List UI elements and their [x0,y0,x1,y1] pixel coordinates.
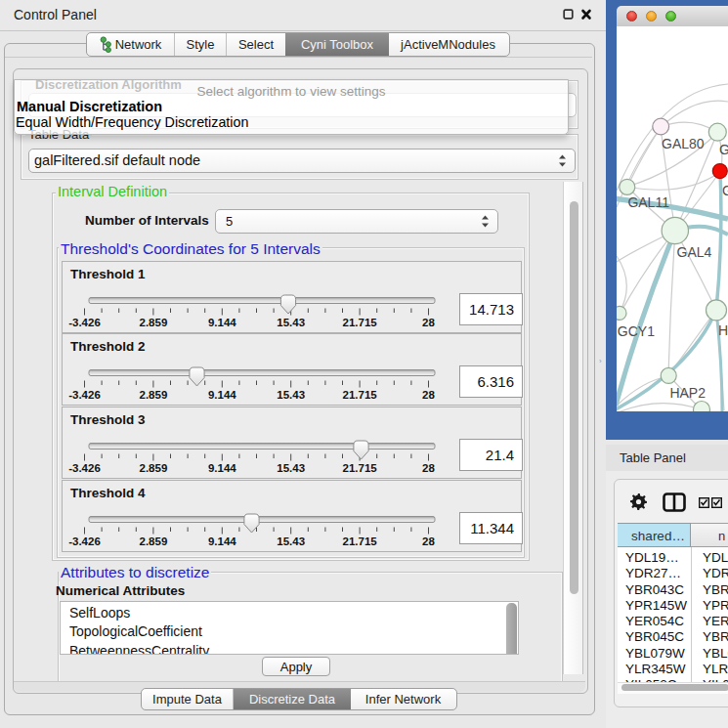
svg-text:H: H [718,322,728,338]
svg-text:HAP2: HAP2 [669,385,706,401]
svg-text:-3.426: -3.426 [68,317,101,328]
svg-text:GAL80: GAL80 [662,136,705,151]
svg-text:15.43: 15.43 [277,535,305,547]
svg-text:2.859: 2.859 [140,317,168,328]
svg-text:9.144: 9.144 [208,535,236,547]
svg-text:28: 28 [422,462,435,474]
svg-text:-3.426: -3.426 [68,535,101,547]
svg-text:15.43: 15.43 [277,462,305,474]
svg-text:28: 28 [422,389,435,401]
svg-text:2.859: 2.859 [140,462,168,474]
svg-text:GAL11: GAL11 [627,194,669,210]
svg-text:9.144: 9.144 [208,462,236,474]
svg-text:9.144: 9.144 [208,317,236,328]
svg-text:2.859: 2.859 [140,535,168,547]
svg-text:-3.426: -3.426 [68,389,101,401]
svg-text:28: 28 [422,317,435,328]
svg-text:21.715: 21.715 [343,535,378,547]
svg-text:15.43: 15.43 [277,317,305,328]
svg-text:28: 28 [422,535,435,547]
svg-text:9.144: 9.144 [208,389,236,401]
svg-text:2.859: 2.859 [140,389,168,401]
svg-text:21.715: 21.715 [343,462,378,474]
svg-text:GAL: GAL [719,142,728,157]
svg-text:21.715: 21.715 [343,389,378,401]
svg-text:GAL4: GAL4 [677,244,712,260]
svg-text:21.715: 21.715 [343,317,378,328]
svg-text:G: G [722,183,728,198]
svg-text:15.43: 15.43 [277,389,305,401]
svg-text:-3.426: -3.426 [68,462,101,474]
svg-text:GCY1: GCY1 [618,323,655,339]
